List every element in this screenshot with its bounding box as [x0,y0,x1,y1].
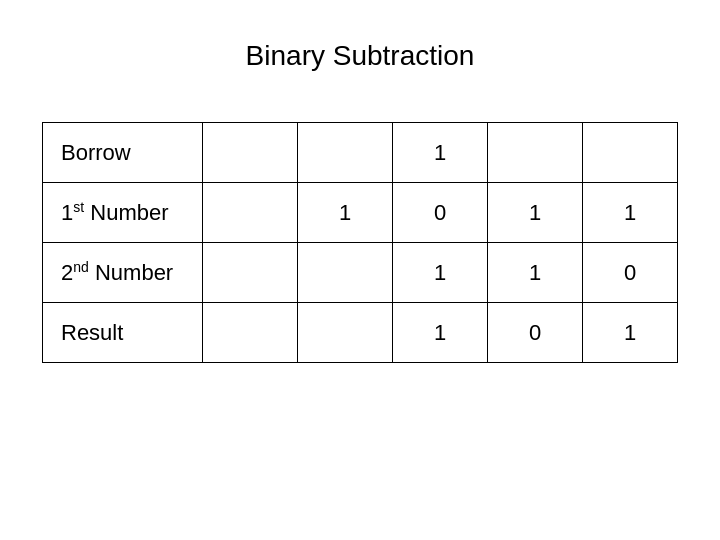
cell-r2-c1 [203,183,298,243]
cell-r4-c4: 0 [488,303,583,363]
cell-r3-c2 [298,243,393,303]
cell-r4-c2 [298,303,393,363]
row-label-2nd-number: 2nd Number [43,243,203,303]
table-row: 2nd Number 1 1 0 [43,243,678,303]
cell-r3-c4: 1 [488,243,583,303]
cell-r1-c5 [583,123,678,183]
binary-subtraction-table: Borrow 1 1st Number 1 0 1 1 2nd Number [42,122,678,363]
cell-r2-c5: 1 [583,183,678,243]
cell-r3-c5: 0 [583,243,678,303]
page-title: Binary Subtraction [246,40,475,72]
cell-r1-c4 [488,123,583,183]
row-label-result: Result [43,303,203,363]
cell-r2-c3: 0 [393,183,488,243]
table-row: Result 1 0 1 [43,303,678,363]
cell-r2-c4: 1 [488,183,583,243]
row-label-borrow: Borrow [43,123,203,183]
row-label-1st-number: 1st Number [43,183,203,243]
cell-r1-c1 [203,123,298,183]
cell-r3-c1 [203,243,298,303]
table-row: 1st Number 1 0 1 1 [43,183,678,243]
cell-r4-c1 [203,303,298,363]
cell-r2-c2: 1 [298,183,393,243]
table-row: Borrow 1 [43,123,678,183]
cell-r4-c5: 1 [583,303,678,363]
cell-r3-c3: 1 [393,243,488,303]
cell-r4-c3: 1 [393,303,488,363]
cell-r1-c3: 1 [393,123,488,183]
cell-r1-c2 [298,123,393,183]
main-table-container: Borrow 1 1st Number 1 0 1 1 2nd Number [42,122,678,363]
